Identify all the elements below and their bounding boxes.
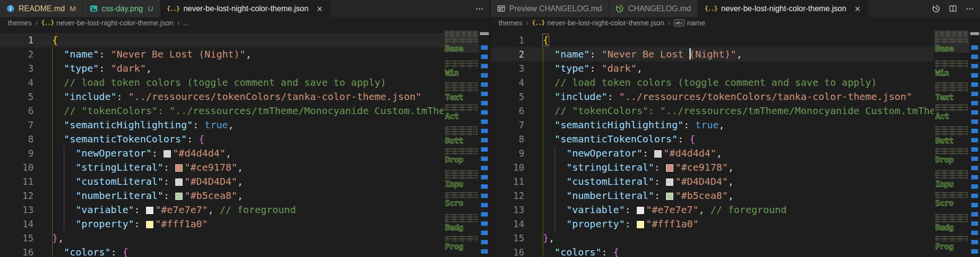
- code-line-9[interactable]: 9 "newOperator": "#d4d4d4",: [0, 146, 444, 160]
- code-token: "#e7e7e7": [646, 204, 699, 216]
- minimap[interactable]: BaseWinTextActButtDropInpuScroBadgProg: [444, 28, 479, 257]
- code-token: [543, 190, 566, 201]
- code-line-13[interactable]: 13 "variable": "#e7e7e7", // foreground: [0, 203, 444, 217]
- code-editor[interactable]: 1{2 "name": "Never Be Lost (Night)",3 "t…: [491, 28, 980, 257]
- color-swatch[interactable]: [666, 178, 673, 186]
- code-line-4[interactable]: 4 // load token colors (toggle comment a…: [0, 76, 444, 90]
- code-token: [52, 62, 64, 74]
- line-number: 15: [0, 231, 34, 245]
- code-line-14[interactable]: 14 "property": "#fff1a0": [491, 217, 934, 231]
- color-swatch[interactable]: [164, 150, 171, 158]
- code-line-9[interactable]: 9 "newOperator": "#d4d4d4",: [491, 146, 934, 160]
- code-token: }: [52, 232, 58, 244]
- tab-css-day-png[interactable]: css-day.pngU: [83, 0, 160, 17]
- code-area[interactable]: 1{2 "name": "Never Be Lost (Night)",3 "t…: [491, 28, 934, 257]
- more-actions-icon: [475, 4, 484, 13]
- code-line-11[interactable]: 11 "customLiteral": "#D4D4D4",: [0, 175, 444, 189]
- color-swatch[interactable]: [175, 164, 183, 172]
- color-swatch[interactable]: [175, 178, 183, 186]
- code-line-7[interactable]: 7 "semanticHighlighting": true,: [491, 118, 934, 132]
- breadcrumb-item-themes[interactable]: themes: [8, 19, 32, 27]
- code-token: "semanticTokenColors": [64, 133, 187, 145]
- close-icon[interactable]: ×: [315, 4, 324, 13]
- color-swatch[interactable]: [175, 193, 183, 200]
- color-swatch[interactable]: [666, 164, 673, 172]
- split-editor-button[interactable]: [949, 4, 957, 13]
- scrollbar-slider[interactable]: [970, 32, 979, 35]
- code-token: // load token colors (toggle comment and…: [64, 77, 386, 88]
- breadcrumb-item-themes[interactable]: themes: [499, 19, 522, 27]
- scrollbar-slider[interactable]: [480, 32, 489, 35]
- more-actions-button[interactable]: [475, 4, 484, 13]
- tab-never-be-lost-night-color-theme-json[interactable]: {..}never-be-lost-night-color-theme.json…: [698, 0, 868, 17]
- code-line-5[interactable]: 5 "include": "../ressources/tokenColors/…: [491, 90, 934, 104]
- code-line-7[interactable]: 7 "semanticHighlighting": true,: [0, 118, 444, 132]
- code-token: }: [543, 232, 549, 244]
- code-token: :: [99, 48, 111, 60]
- code-token: "dark": [111, 62, 146, 74]
- code-line-4[interactable]: 4 // load token colors (toggle comment a…: [491, 76, 934, 90]
- code-editor[interactable]: 1{2 "name": "Never Be Lost (Night)",3 "t…: [0, 28, 490, 257]
- color-swatch[interactable]: [146, 221, 153, 228]
- breadcrumb-item-name[interactable]: abcname: [674, 19, 705, 27]
- color-swatch[interactable]: [637, 221, 644, 228]
- color-swatch[interactable]: [666, 193, 673, 200]
- overview-ruler[interactable]: [479, 28, 490, 257]
- code-line-10[interactable]: 10 "stringLiteral": "#ce9178",: [491, 160, 934, 175]
- breadcrumb-item-never-be-lost-night-color-theme-json[interactable]: {..}never-be-lost-night-color-theme.json: [41, 19, 174, 27]
- json-icon: {..}: [532, 19, 545, 26]
- code-line-15[interactable]: 15},: [0, 231, 444, 245]
- tab-preview-changelog-md[interactable]: Preview CHANGELOG.md: [491, 0, 608, 17]
- breadcrumb-item-dots[interactable]: ...: [183, 19, 189, 27]
- more-actions-button[interactable]: [965, 4, 974, 13]
- code-token: "#d4d4d4": [664, 147, 716, 159]
- color-swatch[interactable]: [637, 207, 644, 214]
- code-line-12[interactable]: 12 "numberLiteral": "#b5cea8",: [0, 189, 444, 203]
- code-token: (Night)": [199, 48, 245, 60]
- code-token: :: [193, 119, 204, 131]
- minimap-section: Badg: [934, 214, 969, 236]
- minimap-section: Win: [934, 60, 969, 82]
- code-line-3[interactable]: 3 "type": "dark",: [491, 61, 934, 76]
- minimap[interactable]: BaseWinTextActButtDropInpuScroBadgProg: [934, 28, 969, 257]
- code-line-3[interactable]: 3 "type": "dark",: [0, 61, 444, 76]
- code-token: {: [123, 246, 129, 257]
- code-line-12[interactable]: 12 "numberLiteral": "#b5cea8",: [491, 189, 934, 203]
- tab-changelog-md[interactable]: CHANGELOG.md: [609, 0, 697, 17]
- color-swatch[interactable]: [654, 150, 662, 158]
- color-swatch[interactable]: [146, 207, 153, 214]
- code-token: :: [111, 246, 122, 257]
- overview-ruler[interactable]: [969, 28, 980, 257]
- code-line-11[interactable]: 11 "customLiteral": "#D4D4D4",: [491, 175, 934, 189]
- code-line-16[interactable]: 16 "colors": {: [491, 245, 934, 257]
- breadcrumb-label: ...: [183, 19, 189, 27]
- line-number: 11: [491, 175, 524, 189]
- code-token: ,: [237, 190, 243, 201]
- history-icon: [615, 4, 624, 13]
- code-line-6[interactable]: 6 // "tokenColors": "../ressources/tmThe…: [0, 104, 444, 118]
- code-line-16[interactable]: 16 "colors": {: [0, 245, 444, 257]
- code-line-15[interactable]: 15},: [491, 231, 934, 245]
- code-token: [543, 48, 555, 60]
- code-line-1[interactable]: 1{: [0, 33, 444, 47]
- code-line-10[interactable]: 10 "stringLiteral": "#ce9178",: [0, 160, 444, 175]
- code-token: [543, 218, 566, 230]
- code-line-8[interactable]: 8 "semanticTokenColors": {: [491, 132, 934, 146]
- code-line-5[interactable]: 5 "include": "../ressources/tokenColors/…: [0, 90, 444, 104]
- code-line-13[interactable]: 13 "variable": "#e7e7e7", // foreground: [491, 203, 934, 217]
- tab-readme-md[interactable]: README.mdM: [0, 0, 82, 17]
- tab-never-be-lost-night-color-theme-json[interactable]: {..}never-be-lost-night-color-theme.json…: [161, 0, 331, 17]
- code-line-2[interactable]: 2 "name": "Never Be Lost (Night)",: [0, 47, 444, 61]
- code-token: [52, 176, 75, 187]
- code-line-1[interactable]: 1{: [491, 33, 934, 47]
- code-line-2[interactable]: 2 "name": "Never Be Lost (Night)",: [491, 47, 934, 61]
- breadcrumb-item-never-be-lost-night-color-theme-json[interactable]: {..}never-be-lost-night-color-theme.json: [532, 19, 665, 27]
- markdown-preview-icon: [497, 4, 505, 13]
- code-line-14[interactable]: 14 "property": "#fff1a0": [0, 217, 444, 231]
- code-area[interactable]: 1{2 "name": "Never Be Lost (Night)",3 "t…: [0, 28, 444, 257]
- code-line-6[interactable]: 6 // "tokenColors": "../ressources/tmThe…: [491, 104, 934, 118]
- code-token: "dark": [601, 62, 636, 74]
- close-icon[interactable]: ×: [853, 4, 862, 13]
- code-line-8[interactable]: 8 "semanticTokenColors": {: [0, 132, 444, 146]
- timeline-button[interactable]: [932, 4, 941, 13]
